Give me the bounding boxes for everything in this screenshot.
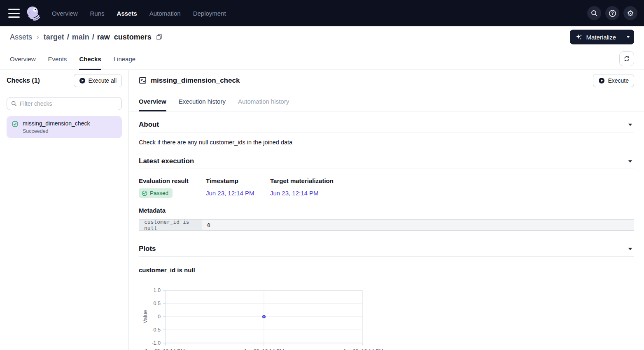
check-detail-panel: missing_dimension_check Execute Overview… (129, 70, 644, 350)
check-name: missing_dimension_check (23, 120, 90, 127)
materialize-dropdown-button[interactable] (622, 30, 634, 44)
breadcrumb-segment-main[interactable]: main (72, 33, 89, 42)
metric-plot: 1.0 0.5 0 -0.5 -1.0 Value Jun 23, 12:14 … (139, 287, 634, 350)
search-icon (591, 10, 598, 17)
execute-all-label: Execute all (89, 77, 117, 84)
copy-asset-key-button[interactable] (156, 33, 163, 41)
tab-overview[interactable]: Overview (10, 48, 36, 70)
breadcrumb-separator: / (92, 33, 94, 42)
execute-all-button[interactable]: Execute all (74, 74, 122, 87)
gear-icon: ⚙ (627, 9, 634, 17)
chevron-down-icon (628, 160, 632, 163)
nav-item-overview[interactable]: Overview (52, 10, 78, 17)
check-success-icon (142, 190, 147, 196)
tab-checks[interactable]: Checks (79, 48, 101, 70)
x-tick-label: Jun 23, 12:14 PM (244, 348, 284, 350)
asset-check-icon (139, 76, 147, 84)
target-materialization-link[interactable]: Jun 23, 12:14 PM (270, 189, 634, 198)
plots-heading: Plots (139, 245, 156, 253)
search-icon (11, 101, 17, 107)
plot-title: customer_id is null (139, 266, 634, 275)
help-button[interactable]: ? (605, 6, 619, 20)
tab-check-overview[interactable]: Overview (139, 91, 166, 111)
settings-button[interactable]: ⚙ (623, 6, 637, 20)
check-title: missing_dimension_check (151, 76, 240, 85)
tab-lineage[interactable]: Lineage (114, 48, 135, 70)
breadcrumb-chevron-icon: › (37, 33, 39, 41)
breadcrumb-separator: / (67, 33, 69, 42)
about-heading: About (139, 121, 159, 129)
latest-execution-heading: Latest execution (139, 157, 194, 165)
tab-automation-history[interactable]: Automation history (238, 91, 289, 111)
tab-events[interactable]: Events (48, 48, 67, 70)
tab-execution-history[interactable]: Execution history (179, 91, 226, 111)
refresh-icon (623, 56, 630, 62)
latest-execution-collapse-button[interactable] (626, 158, 634, 165)
column-target-materialization: Target materialization (270, 176, 634, 185)
sparkle-icon (576, 34, 583, 41)
checks-sidebar: Checks (1) Execute all (0, 70, 129, 350)
metadata-value: 0 (202, 220, 634, 230)
check-success-icon (12, 121, 19, 127)
x-tick-label: Jun 23, 12:14 PM (343, 348, 383, 350)
y-tick-label: 0.5 (154, 301, 161, 306)
chevron-down-icon (628, 248, 632, 250)
breadcrumb-assets-link[interactable]: Assets (10, 33, 32, 42)
y-axis-label: Value (142, 310, 148, 323)
filter-checks-input[interactable] (20, 100, 117, 107)
checks-count-title: Checks (1) (7, 77, 40, 84)
help-icon: ? (609, 9, 616, 17)
breadcrumb-asset-name: raw_customers (97, 33, 152, 42)
y-tick-label: 0 (158, 314, 161, 320)
scatter-chart: 1.0 0.5 0 -0.5 -1.0 Value Jun 23, 12:14 … (139, 287, 394, 350)
column-timestamp: Timestamp (206, 176, 270, 185)
passed-badge: Passed (139, 188, 173, 198)
search-button[interactable] (587, 6, 601, 20)
nav-item-deployment[interactable]: Deployment (193, 10, 226, 17)
y-tick-label: -1.0 (152, 340, 161, 346)
metadata-heading: Metadata (139, 206, 634, 215)
play-circle-icon (598, 77, 605, 84)
x-tick-label: Jun 23, 12:14 PM (145, 348, 185, 350)
timestamp-link[interactable]: Jun 23, 12:14 PM (206, 189, 270, 198)
y-tick-label: 1.0 (154, 287, 161, 293)
passed-label: Passed (150, 190, 168, 196)
hamburger-menu-icon[interactable] (8, 9, 20, 18)
plots-collapse-button[interactable] (626, 246, 634, 252)
nav-item-automation[interactable]: Automation (149, 10, 181, 17)
metadata-key: customer_id is null (139, 220, 202, 230)
top-nav-bar: Overview Runs Assets Automation Deployme… (0, 0, 644, 26)
materialize-button[interactable]: Materialize (570, 30, 622, 44)
nav-item-runs[interactable]: Runs (90, 10, 105, 17)
chevron-down-icon (628, 123, 632, 126)
asset-tabs-row: Overview Events Checks Lineage (0, 48, 644, 70)
check-status: Succeeded (23, 128, 90, 134)
dagster-logo-icon[interactable] (26, 5, 41, 21)
refresh-button[interactable] (619, 51, 634, 66)
execute-label: Execute (608, 77, 629, 84)
chevron-down-icon (626, 36, 630, 38)
about-collapse-button[interactable] (626, 122, 634, 128)
execute-button[interactable]: Execute (593, 74, 634, 87)
data-points (262, 315, 266, 318)
primary-nav: Overview Runs Assets Automation Deployme… (52, 10, 226, 17)
materialize-label: Materialize (586, 34, 616, 41)
copy-icon (156, 33, 163, 41)
y-tick-label: -0.5 (152, 327, 161, 333)
metadata-table: customer_id is null 0 (139, 219, 634, 231)
check-detail-tabs: Overview Execution history Automation hi… (129, 91, 644, 111)
nav-item-assets[interactable]: Assets (117, 10, 137, 17)
column-evaluation-result: Evaluation result (139, 176, 206, 185)
play-circle-icon (79, 77, 86, 84)
about-description: Check if there are any null customer_ids… (139, 138, 634, 146)
check-list-item[interactable]: missing_dimension_check Succeeded (7, 116, 122, 138)
filter-checks-box (7, 97, 122, 110)
svg-text:?: ? (611, 11, 614, 16)
breadcrumb: Assets › target / main / raw_customers M… (0, 26, 644, 48)
breadcrumb-segment-target[interactable]: target (44, 33, 64, 42)
materialize-split-button: Materialize (570, 30, 634, 44)
